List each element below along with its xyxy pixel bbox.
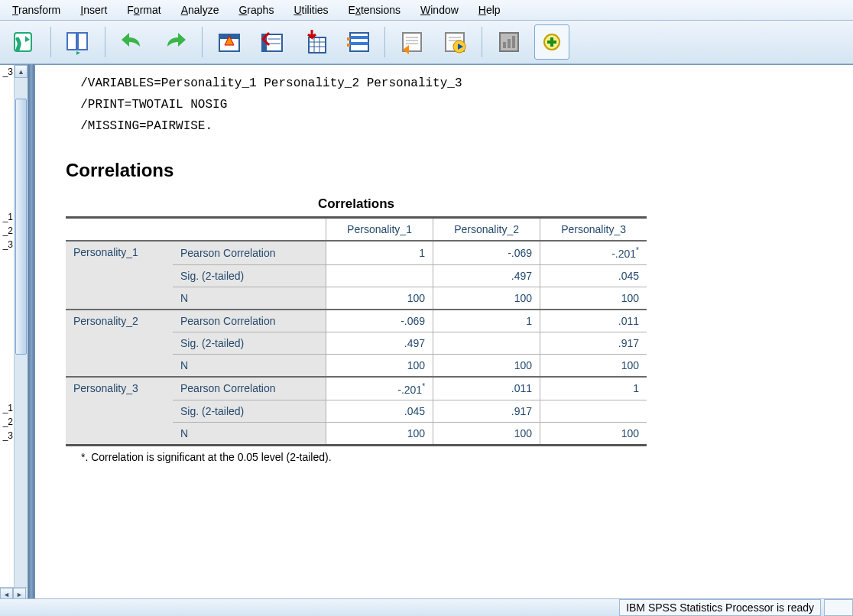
scroll-up-icon[interactable]: ▲: [15, 65, 28, 78]
table-cell: 100: [433, 423, 540, 446]
report-heading: Correlations: [66, 160, 838, 181]
status-bar: IBM SPSS Statistics Processor is ready: [0, 598, 853, 616]
select-cases-icon[interactable]: [340, 24, 375, 60]
table-cell: 1: [433, 310, 540, 332]
print-preview-icon[interactable]: [60, 24, 96, 60]
menu-format[interactable]: Format: [118, 2, 170, 18]
svg-rect-18: [350, 42, 368, 45]
row-var: Personality_1: [66, 241, 173, 310]
output-viewer[interactable]: /VARIABLES=Personality_1 Personality_2 P…: [34, 64, 853, 601]
correlations-table: Personality_1 Personality_2 Personality_…: [66, 216, 647, 446]
outline-item[interactable]: _3: [0, 429, 13, 443]
table-cell: 1: [326, 241, 433, 264]
col-header: Personality_1: [326, 218, 433, 242]
outline-item[interactable]: _2: [0, 224, 13, 238]
insert-data-icon[interactable]: [297, 24, 332, 60]
menu-transform[interactable]: Transform: [3, 2, 70, 18]
status-extra: [824, 599, 853, 616]
outline-item[interactable]: _3: [0, 238, 13, 251]
status-processor: IBM SPSS Statistics Processor is ready: [619, 599, 821, 616]
row-stat: N: [173, 354, 326, 377]
table-cell: -.069: [326, 310, 433, 332]
table-cell: [433, 332, 540, 354]
table-cell: 100: [326, 354, 433, 377]
table-cell: 100: [433, 287, 540, 310]
menu-insert[interactable]: Insert: [71, 2, 116, 18]
table-cell: .045: [540, 264, 647, 287]
syntax-line: /VARIABLES=Personality_1 Personality_2 P…: [66, 73, 838, 94]
menu-help[interactable]: Help: [469, 2, 510, 18]
svg-rect-2: [78, 33, 87, 50]
table-cell: .011: [540, 310, 647, 332]
svg-rect-33: [512, 36, 515, 48]
table-cell: -.069: [433, 241, 540, 264]
row-stat: Sig. (2-tailed): [173, 332, 326, 354]
row-var: Personality_3: [66, 377, 173, 446]
table-cell: .045: [326, 400, 433, 423]
row-stat: N: [173, 423, 326, 446]
row-var: Personality_2: [66, 310, 173, 377]
svg-rect-31: [503, 42, 506, 48]
syntax-line: /PRINT=TWOTAIL NOSIG: [66, 94, 838, 115]
menu-extensions[interactable]: Extensions: [339, 2, 410, 18]
redo-icon[interactable]: [157, 24, 193, 60]
table-cell: [540, 400, 647, 423]
svg-rect-17: [350, 36, 368, 39]
row-stat: Pearson Correlation: [173, 310, 326, 332]
table-cell: 100: [326, 423, 433, 446]
table-cell: 100: [433, 354, 540, 377]
open-data-document-icon[interactable]: [6, 24, 41, 60]
menu-analyze[interactable]: Analyze: [172, 2, 229, 18]
svg-rect-1: [67, 33, 76, 50]
workspace: _3_1_2_3_1_2_3 ▲ ▼ ◄ ► /VARIABLES=Person…: [0, 64, 853, 601]
dialog-recall-icon[interactable]: [394, 24, 430, 60]
svg-rect-19: [347, 37, 350, 41]
table-cell: .011: [433, 377, 540, 400]
table-cell: 100: [326, 287, 433, 310]
table-cell: -.201*: [540, 241, 647, 264]
table-cell: [326, 264, 433, 287]
scrollbar-thumb[interactable]: [15, 99, 27, 355]
goto-variable-icon[interactable]: [255, 24, 290, 60]
table-cell: -.201*: [326, 377, 433, 400]
table-cell: .497: [433, 264, 540, 287]
outline-splitter[interactable]: [28, 64, 34, 601]
svg-rect-20: [347, 44, 350, 47]
outline-item[interactable]: _1: [0, 210, 13, 224]
col-header: Personality_2: [433, 218, 540, 242]
outline-pane[interactable]: _3_1_2_3_1_2_3 ▲ ▼ ◄ ►: [0, 64, 28, 601]
table-cell: 100: [540, 423, 647, 446]
outline-item[interactable]: _1: [0, 401, 13, 415]
table-footnote: *. Correlation is significant at the 0.0…: [81, 451, 838, 463]
run-pending-icon[interactable]: [437, 24, 472, 60]
row-stat: Sig. (2-tailed): [173, 400, 326, 423]
table-title: Correlations: [66, 196, 647, 212]
undo-icon[interactable]: [115, 24, 150, 60]
table-cell: 1: [540, 377, 647, 400]
svg-rect-32: [508, 39, 511, 48]
row-stat: Sig. (2-tailed): [173, 264, 326, 287]
outline-item[interactable]: _2: [0, 415, 13, 429]
syntax-line: /MISSING=PAIRWISE.: [66, 115, 838, 137]
goto-case-icon[interactable]: [212, 24, 247, 60]
menubar: TransformInsertFormatAnalyzeGraphsUtilit…: [0, 0, 853, 21]
menu-graphs[interactable]: Graphs: [229, 2, 283, 18]
table-cell: .917: [540, 332, 647, 354]
add-extension-icon[interactable]: [534, 24, 569, 60]
table-cell: .497: [326, 332, 433, 354]
outline-scrollbar[interactable]: ▲ ▼: [14, 65, 28, 601]
table-cell: 100: [540, 287, 647, 310]
toolbar: [0, 21, 853, 64]
menu-utilities[interactable]: Utilities: [284, 2, 337, 18]
row-stat: N: [173, 287, 326, 310]
menu-window[interactable]: Window: [411, 2, 468, 18]
col-header: Personality_3: [540, 218, 647, 242]
table-cell: 100: [540, 354, 647, 377]
table-cell: .917: [433, 400, 540, 423]
row-stat: Pearson Correlation: [173, 241, 326, 264]
chart-builder-disabled-icon: [491, 24, 527, 60]
row-stat: Pearson Correlation: [173, 377, 326, 400]
outline-item[interactable]: _3: [0, 65, 13, 79]
svg-rect-10: [309, 37, 326, 53]
